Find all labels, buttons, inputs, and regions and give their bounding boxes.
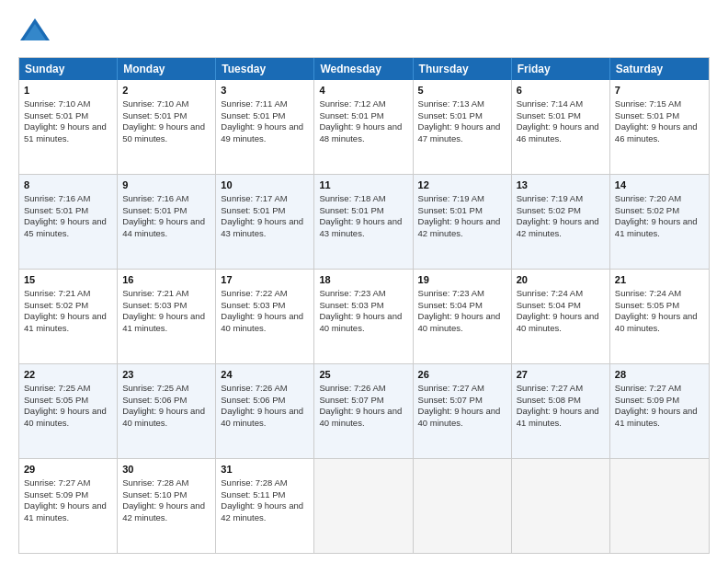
cell-info: Sunrise: 7:27 AMSunset: 5:09 PMDaylight:… <box>615 383 698 428</box>
calendar: SundayMondayTuesdayWednesdayThursdayFrid… <box>18 57 710 554</box>
day-number: 15 <box>24 273 112 287</box>
empty-cell <box>512 459 610 553</box>
day-cell-25: 25 Sunrise: 7:26 AMSunset: 5:07 PMDaylig… <box>314 364 413 458</box>
day-cell-16: 16 Sunrise: 7:21 AMSunset: 5:03 PMDaylig… <box>118 270 216 363</box>
day-cell-2: 2 Sunrise: 7:10 AMSunset: 5:01 PMDayligh… <box>118 80 216 174</box>
day-cell-19: 19 Sunrise: 7:23 AMSunset: 5:04 PMDaylig… <box>414 270 512 363</box>
cell-info: Sunrise: 7:21 AMSunset: 5:03 PMDaylight:… <box>122 288 205 333</box>
day-number: 4 <box>319 84 407 98</box>
day-cell-6: 6 Sunrise: 7:14 AMSunset: 5:01 PMDayligh… <box>512 80 610 174</box>
day-cell-18: 18 Sunrise: 7:23 AMSunset: 5:03 PMDaylig… <box>314 270 413 363</box>
day-cell-7: 7 Sunrise: 7:15 AMSunset: 5:01 PMDayligh… <box>610 80 709 174</box>
calendar-header: SundayMondayTuesdayWednesdayThursdayFrid… <box>19 58 709 80</box>
day-number: 9 <box>122 178 210 192</box>
header <box>18 15 710 48</box>
day-number: 3 <box>221 84 309 98</box>
day-number: 5 <box>418 84 506 98</box>
cell-info: Sunrise: 7:10 AMSunset: 5:01 PMDaylight:… <box>24 98 107 144</box>
calendar-row-3: 15 Sunrise: 7:21 AMSunset: 5:02 PMDaylig… <box>19 269 709 363</box>
cell-info: Sunrise: 7:27 AMSunset: 5:08 PMDaylight:… <box>517 383 599 428</box>
day-cell-13: 13 Sunrise: 7:19 AMSunset: 5:02 PMDaylig… <box>512 175 610 269</box>
day-number: 11 <box>319 178 407 192</box>
cell-info: Sunrise: 7:11 AMSunset: 5:01 PMDaylight:… <box>221 98 303 144</box>
day-cell-15: 15 Sunrise: 7:21 AMSunset: 5:02 PMDaylig… <box>19 270 118 363</box>
day-cell-20: 20 Sunrise: 7:24 AMSunset: 5:04 PMDaylig… <box>512 270 610 363</box>
cell-info: Sunrise: 7:27 AMSunset: 5:09 PMDaylight:… <box>24 477 107 523</box>
day-cell-21: 21 Sunrise: 7:24 AMSunset: 5:05 PMDaylig… <box>610 270 709 363</box>
weekday-header-tuesday: Tuesday <box>216 58 314 80</box>
day-number: 1 <box>24 84 112 98</box>
day-cell-12: 12 Sunrise: 7:19 AMSunset: 5:01 PMDaylig… <box>414 175 512 269</box>
cell-info: Sunrise: 7:19 AMSunset: 5:01 PMDaylight:… <box>418 193 501 238</box>
day-number: 30 <box>122 463 210 477</box>
weekday-header-sunday: Sunday <box>19 58 118 80</box>
cell-info: Sunrise: 7:15 AMSunset: 5:01 PMDaylight:… <box>615 98 698 144</box>
day-number: 25 <box>319 368 407 382</box>
weekday-header-wednesday: Wednesday <box>314 58 413 80</box>
day-cell-17: 17 Sunrise: 7:22 AMSunset: 5:03 PMDaylig… <box>216 270 314 363</box>
day-number: 19 <box>418 273 506 287</box>
calendar-row-4: 22 Sunrise: 7:25 AMSunset: 5:05 PMDaylig… <box>19 363 709 458</box>
day-cell-8: 8 Sunrise: 7:16 AMSunset: 5:01 PMDayligh… <box>19 175 118 269</box>
cell-info: Sunrise: 7:17 AMSunset: 5:01 PMDaylight:… <box>221 193 303 238</box>
weekday-header-saturday: Saturday <box>610 58 709 80</box>
day-cell-11: 11 Sunrise: 7:18 AMSunset: 5:01 PMDaylig… <box>314 175 413 269</box>
empty-cell <box>610 459 709 553</box>
weekday-header-thursday: Thursday <box>414 58 512 80</box>
cell-info: Sunrise: 7:18 AMSunset: 5:01 PMDaylight:… <box>319 193 402 238</box>
day-cell-9: 9 Sunrise: 7:16 AMSunset: 5:01 PMDayligh… <box>118 175 216 269</box>
page: SundayMondayTuesdayWednesdayThursdayFrid… <box>0 0 728 563</box>
day-number: 18 <box>319 273 407 287</box>
day-cell-14: 14 Sunrise: 7:20 AMSunset: 5:02 PMDaylig… <box>610 175 709 269</box>
cell-info: Sunrise: 7:16 AMSunset: 5:01 PMDaylight:… <box>122 193 205 238</box>
day-number: 23 <box>122 368 210 382</box>
day-number: 29 <box>24 463 112 477</box>
calendar-row-1: 1 Sunrise: 7:10 AMSunset: 5:01 PMDayligh… <box>19 80 709 174</box>
cell-info: Sunrise: 7:21 AMSunset: 5:02 PMDaylight:… <box>24 288 107 333</box>
calendar-body: 1 Sunrise: 7:10 AMSunset: 5:01 PMDayligh… <box>19 80 709 553</box>
empty-cell <box>314 459 413 553</box>
cell-info: Sunrise: 7:20 AMSunset: 5:02 PMDaylight:… <box>615 193 698 238</box>
day-number: 2 <box>122 84 210 98</box>
cell-info: Sunrise: 7:24 AMSunset: 5:05 PMDaylight:… <box>615 288 698 333</box>
day-cell-31: 31 Sunrise: 7:28 AMSunset: 5:11 PMDaylig… <box>216 459 314 553</box>
day-cell-23: 23 Sunrise: 7:25 AMSunset: 5:06 PMDaylig… <box>118 364 216 458</box>
cell-info: Sunrise: 7:28 AMSunset: 5:10 PMDaylight:… <box>122 477 205 523</box>
cell-info: Sunrise: 7:25 AMSunset: 5:06 PMDaylight:… <box>122 383 205 428</box>
day-cell-10: 10 Sunrise: 7:17 AMSunset: 5:01 PMDaylig… <box>216 175 314 269</box>
day-number: 13 <box>517 178 605 192</box>
cell-info: Sunrise: 7:28 AMSunset: 5:11 PMDaylight:… <box>221 477 303 523</box>
day-number: 26 <box>418 368 506 382</box>
day-number: 20 <box>517 273 605 287</box>
calendar-row-5: 29 Sunrise: 7:27 AMSunset: 5:09 PMDaylig… <box>19 458 709 553</box>
day-number: 22 <box>24 368 112 382</box>
day-number: 16 <box>122 273 210 287</box>
day-number: 12 <box>418 178 506 192</box>
day-cell-26: 26 Sunrise: 7:27 AMSunset: 5:07 PMDaylig… <box>414 364 512 458</box>
weekday-header-monday: Monday <box>118 58 216 80</box>
day-number: 14 <box>615 178 704 192</box>
day-cell-1: 1 Sunrise: 7:10 AMSunset: 5:01 PMDayligh… <box>19 80 118 174</box>
cell-info: Sunrise: 7:22 AMSunset: 5:03 PMDaylight:… <box>221 288 303 333</box>
cell-info: Sunrise: 7:26 AMSunset: 5:06 PMDaylight:… <box>221 383 303 428</box>
day-number: 21 <box>615 273 704 287</box>
day-cell-28: 28 Sunrise: 7:27 AMSunset: 5:09 PMDaylig… <box>610 364 709 458</box>
cell-info: Sunrise: 7:23 AMSunset: 5:04 PMDaylight:… <box>418 288 501 333</box>
day-number: 10 <box>221 178 309 192</box>
cell-info: Sunrise: 7:19 AMSunset: 5:02 PMDaylight:… <box>517 193 599 238</box>
cell-info: Sunrise: 7:10 AMSunset: 5:01 PMDaylight:… <box>122 98 205 144</box>
cell-info: Sunrise: 7:26 AMSunset: 5:07 PMDaylight:… <box>319 383 402 428</box>
day-cell-24: 24 Sunrise: 7:26 AMSunset: 5:06 PMDaylig… <box>216 364 314 458</box>
cell-info: Sunrise: 7:14 AMSunset: 5:01 PMDaylight:… <box>517 98 599 144</box>
empty-cell <box>414 459 512 553</box>
day-cell-4: 4 Sunrise: 7:12 AMSunset: 5:01 PMDayligh… <box>314 80 413 174</box>
day-cell-5: 5 Sunrise: 7:13 AMSunset: 5:01 PMDayligh… <box>414 80 512 174</box>
cell-info: Sunrise: 7:27 AMSunset: 5:07 PMDaylight:… <box>418 383 501 428</box>
day-cell-22: 22 Sunrise: 7:25 AMSunset: 5:05 PMDaylig… <box>19 364 118 458</box>
cell-info: Sunrise: 7:12 AMSunset: 5:01 PMDaylight:… <box>319 98 402 144</box>
day-number: 28 <box>615 368 704 382</box>
day-cell-3: 3 Sunrise: 7:11 AMSunset: 5:01 PMDayligh… <box>216 80 314 174</box>
day-number: 6 <box>517 84 605 98</box>
day-number: 31 <box>221 463 309 477</box>
day-cell-29: 29 Sunrise: 7:27 AMSunset: 5:09 PMDaylig… <box>19 459 118 553</box>
